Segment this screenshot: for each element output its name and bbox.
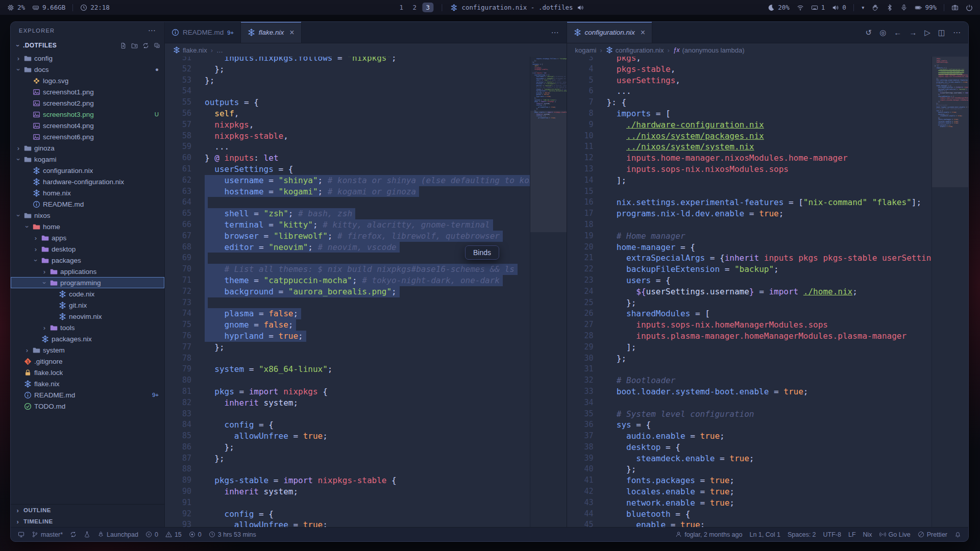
tree-item-nixos[interactable]: ›nixos xyxy=(11,210,164,221)
code-editor-flake-nix[interactable]: 51 inputs.nixpkgs.follows = "nixpkgs";52… xyxy=(165,57,530,527)
tree-item-packages-nix[interactable]: packages.nix xyxy=(11,333,164,344)
more-icon[interactable]: ⋯ xyxy=(953,28,961,37)
tree-item-neovim-nix[interactable]: neovim.nix xyxy=(11,311,164,322)
compare-icon[interactable]: ◎ xyxy=(879,28,886,37)
prettier[interactable]: Prettier xyxy=(918,531,947,538)
tree-item-desktop[interactable]: ›desktop xyxy=(11,243,164,255)
line-text: hostname = "kogami"; # kogami or ginoza xyxy=(205,186,419,197)
close-icon[interactable]: × xyxy=(289,28,294,37)
mic-module[interactable] xyxy=(900,4,908,11)
tree-item-system[interactable]: ›system xyxy=(11,344,164,356)
tree-item-home[interactable]: ›home xyxy=(11,221,164,232)
breadcrumb-item-anonymous-lambda[interactable]: ƒx(anonymous lambda) xyxy=(673,46,745,54)
volume-module[interactable]: 0 xyxy=(832,4,846,11)
tree-item-configuration-nix[interactable]: configuration.nix xyxy=(11,165,164,176)
tree-item-screenshot6-png[interactable]: screenshot6.png xyxy=(11,131,164,142)
remote-indicator[interactable] xyxy=(18,531,24,538)
beaker[interactable] xyxy=(84,531,90,538)
power-module[interactable] xyxy=(966,4,973,11)
explorer-more-icon[interactable]: ⋯ xyxy=(148,26,156,35)
tab-configuration-nix[interactable]: configuration.nix× xyxy=(567,22,653,43)
ports[interactable]: 0 xyxy=(189,531,202,538)
tree-item-apps[interactable]: ›apps xyxy=(11,232,164,243)
tree-item-kogami[interactable]: ›kogami xyxy=(11,154,164,165)
minimap-right[interactable]: pkgs, pkgs-stable, userSettings, ...}: {… xyxy=(932,57,968,527)
tree-item-packages[interactable]: ›packages xyxy=(11,255,164,266)
new-folder-icon[interactable] xyxy=(131,42,138,49)
tree-item-screenshot1-png[interactable]: screenshot1.png xyxy=(11,86,164,97)
touch-module[interactable] xyxy=(872,4,879,11)
tree-item-todo-md[interactable]: TODO.md xyxy=(11,400,164,412)
eol[interactable]: LF xyxy=(848,531,856,538)
minimap-left[interactable]: inputs.nixpkgs.follows = "nixpkgs"; };};… xyxy=(530,57,567,527)
git-branch[interactable]: master* xyxy=(32,531,63,538)
tree-item-ginoza[interactable]: ›ginoza xyxy=(11,142,164,154)
refresh-icon[interactable] xyxy=(142,42,149,49)
breadcrumb-item-flake-nix[interactable]: flake.nix xyxy=(173,46,207,54)
git-blame[interactable]: foglar, 2 months ago xyxy=(675,531,742,538)
cpu-module[interactable]: 2% xyxy=(7,4,25,11)
git-sync[interactable] xyxy=(70,531,77,538)
workspace-root-row[interactable]: › .DOTFILES xyxy=(11,39,164,52)
tree-item-hardware-configuration-nix[interactable]: hardware-configuration.nix xyxy=(11,176,164,187)
workspace-button-3[interactable]: 3 xyxy=(422,3,433,12)
tree-item-readme-md[interactable]: README.md9+ xyxy=(11,389,164,400)
workspace-button-1[interactable]: 1 xyxy=(396,3,407,12)
encoding[interactable]: UTF-8 xyxy=(823,531,841,538)
tree-item-programming[interactable]: ›programming xyxy=(11,277,164,288)
tree-item-gitignore[interactable]: .gitignore xyxy=(11,356,164,367)
minimap-slider[interactable] xyxy=(530,111,567,232)
notifications[interactable] xyxy=(954,531,961,538)
problems-warnings[interactable]: 15 xyxy=(165,531,182,538)
tree-item-home-nix[interactable]: home.nix xyxy=(11,187,164,198)
tree-item-flake-nix[interactable]: flake.nix xyxy=(11,378,164,389)
problems-errors[interactable]: 0 xyxy=(145,531,158,538)
tree-item-screenshot3-png[interactable]: screenshot3.pngU xyxy=(11,109,164,120)
clock-module[interactable]: 22:18 xyxy=(80,4,110,11)
cursor-position[interactable]: Ln 1, Col 1 xyxy=(749,531,780,538)
tree-item-flake-lock[interactable]: flake.lock xyxy=(11,367,164,378)
tree-item-screenshot2-png[interactable]: screenshot2.png xyxy=(11,97,164,109)
workspace-button-2[interactable]: 2 xyxy=(409,3,420,12)
tree-item-tools[interactable]: ›tools xyxy=(11,322,164,333)
brightness-module[interactable]: 20% xyxy=(768,4,790,11)
tab-readme-md[interactable]: README.md9+ xyxy=(165,22,241,43)
close-icon[interactable]: × xyxy=(641,28,645,37)
outline-section[interactable]: › OUTLINE xyxy=(11,505,164,516)
tree-item-code-nix[interactable]: code.nix xyxy=(11,288,164,299)
back-icon[interactable]: ← xyxy=(894,28,901,37)
launchpad[interactable]: Launchpad xyxy=(97,531,138,538)
language-mode[interactable]: Nix xyxy=(863,531,872,538)
keyboard-layout-module[interactable]: 1 xyxy=(811,4,825,11)
tree-item-config[interactable]: ›config xyxy=(11,53,164,64)
forward-icon[interactable]: → xyxy=(909,28,917,37)
screenshot-module[interactable] xyxy=(951,4,959,11)
tray-expander[interactable]: ▾ xyxy=(861,4,865,11)
tree-item-readme-md[interactable]: README.md xyxy=(11,198,164,210)
tree-item-git-nix[interactable]: git.nix xyxy=(11,299,164,311)
wifi-module[interactable] xyxy=(797,4,804,11)
run-icon[interactable]: ▷ xyxy=(924,28,930,37)
breadcrumb-item-configuration-nix[interactable]: configuration.nix xyxy=(606,46,664,54)
collapse-all-icon[interactable] xyxy=(154,42,160,49)
tree-item-logo-svg[interactable]: logo.svg xyxy=(11,75,164,86)
tree-item-docs[interactable]: ›docs● xyxy=(11,64,164,75)
go-live[interactable]: Go Live xyxy=(879,531,911,538)
breadcrumb-item-kogami[interactable]: kogami xyxy=(575,46,597,54)
memory-module[interactable]: 9.66GB xyxy=(32,4,65,11)
more-icon[interactable]: ⋯ xyxy=(551,28,559,37)
clock-time: 22:18 xyxy=(90,4,110,11)
split-icon[interactable]: ◫ xyxy=(938,28,945,37)
bluetooth-module[interactable] xyxy=(886,4,893,11)
code-editor-configuration-nix[interactable]: 3 pkgs,4 pkgs-stable,5 userSettings,6 ..… xyxy=(567,57,932,527)
timeline-section[interactable]: › TIMELINE xyxy=(11,516,164,527)
breadcrumb-item-[interactable]: … xyxy=(216,46,223,54)
time-tracker[interactable]: 3 hrs 53 mins xyxy=(209,531,256,538)
history-icon[interactable]: ↺ xyxy=(866,28,872,37)
tab-flake-nix[interactable]: flake.nix× xyxy=(241,22,302,43)
new-file-icon[interactable] xyxy=(120,42,127,49)
tree-item-applications[interactable]: ›applications xyxy=(11,266,164,277)
tree-item-screenshot4-png[interactable]: screenshot4.png xyxy=(11,120,164,131)
indentation[interactable]: Spaces: 2 xyxy=(788,531,816,538)
battery-module[interactable]: 99% xyxy=(915,4,937,11)
